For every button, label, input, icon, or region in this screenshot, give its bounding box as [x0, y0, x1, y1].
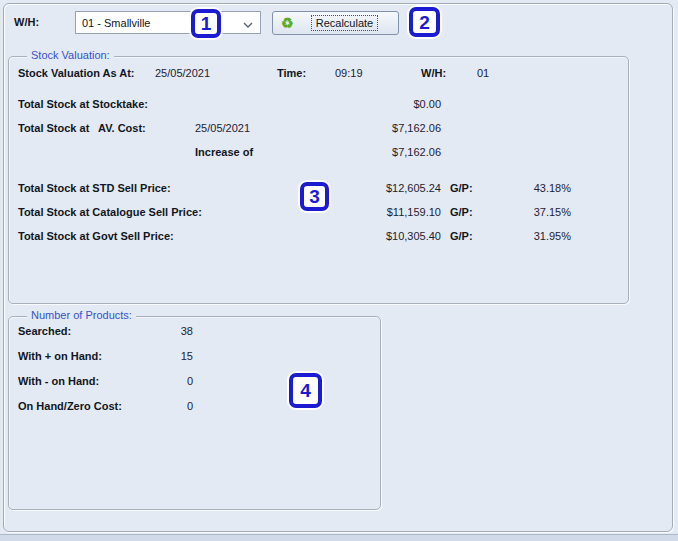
increase-amount: $7,162.06 [330, 146, 441, 158]
std-gp-label: G/P: [450, 182, 473, 194]
time-label: Time: [277, 67, 306, 79]
catalogue-sell-amount: $11,159.10 [330, 206, 441, 218]
as-at-date: 25/05/2021 [155, 67, 210, 79]
chevron-down-icon [243, 19, 253, 31]
av-cost-date: 25/05/2021 [195, 122, 250, 134]
window-bottom-edge [0, 534, 678, 541]
std-sell-amount: $12,605.24 [330, 182, 441, 194]
av-cost-amount: $7,162.06 [330, 122, 441, 134]
govt-sell-amount: $10,305.40 [330, 230, 441, 242]
annotation-mark-3: 3 [300, 182, 329, 211]
warehouse-select-value: 01 - Smallville [82, 17, 150, 29]
warehouse-select[interactable]: 01 - Smallville [75, 11, 261, 34]
with-plus-on-hand-value: 15 [118, 350, 193, 362]
wh-inline-label: W/H: [421, 67, 446, 79]
searched-value: 38 [118, 325, 193, 337]
stocktake-label: Total Stock at Stocktake: [18, 98, 148, 110]
annotation-mark-4: 4 [289, 373, 322, 408]
stocktake-amount: $0.00 [330, 98, 441, 110]
catalogue-gp-value: 37.15% [500, 206, 571, 218]
annotation-mark-1: 1 [191, 9, 221, 38]
recycle-icon: ♻︎ [281, 15, 294, 31]
increase-label: Increase of [195, 146, 253, 158]
std-sell-label: Total Stock at STD Sell Price: [18, 182, 171, 194]
av-cost-label: Total Stock at AV. Cost: [18, 122, 146, 134]
std-gp-value: 43.18% [500, 182, 571, 194]
with-minus-on-hand-label: With - on Hand: [18, 375, 99, 387]
stock-valuation-title: Stock Valuation: [27, 49, 114, 61]
with-minus-on-hand-value: 0 [118, 375, 193, 387]
govt-sell-label: Total Stock at Govt Sell Price: [18, 230, 174, 242]
govt-gp-label: G/P: [450, 230, 473, 242]
wh-inline-value: 01 [477, 67, 489, 79]
number-of-products-title: Number of Products: [27, 309, 136, 321]
catalogue-sell-label: Total Stock at Catalogue Sell Price: [18, 206, 202, 218]
number-of-products-groupbox: Number of Products: [8, 316, 381, 510]
searched-label: Searched: [18, 325, 71, 337]
on-hand-zero-cost-value: 0 [118, 400, 193, 412]
catalogue-gp-label: G/P: [450, 206, 473, 218]
annotation-mark-2: 2 [409, 7, 440, 37]
govt-gp-value: 31.95% [500, 230, 571, 242]
stock-valuation-groupbox: Stock Valuation: [8, 56, 629, 304]
recalculate-button-label: Recalculate [311, 15, 378, 31]
with-plus-on-hand-label: With + on Hand: [18, 350, 102, 362]
as-at-label: Stock Valuation As At: [18, 67, 135, 79]
time-value: 09:19 [335, 67, 363, 79]
on-hand-zero-cost-label: On Hand/Zero Cost: [18, 400, 122, 412]
recalculate-button[interactable]: ♻︎ Recalculate [272, 11, 399, 35]
wh-field-label: W/H: [14, 16, 39, 28]
